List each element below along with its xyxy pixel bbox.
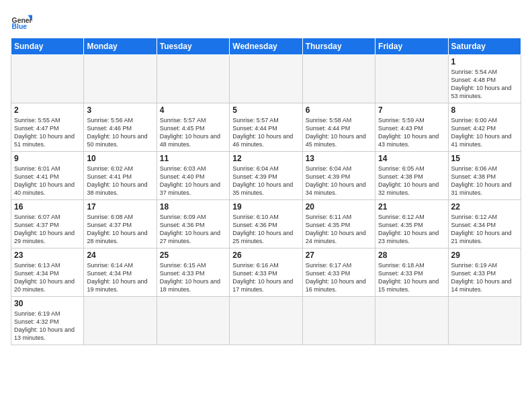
day-info: Sunrise: 5:56 AM Sunset: 4:46 PM Dayligh…	[87, 116, 153, 149]
day-number: 17	[87, 202, 153, 212]
day-info: Sunrise: 5:54 AM Sunset: 4:48 PM Dayligh…	[451, 68, 518, 101]
col-header-thursday: Thursday	[302, 38, 375, 55]
day-info: Sunrise: 6:02 AM Sunset: 4:41 PM Dayligh…	[87, 165, 153, 197]
header: General Blue	[11, 11, 521, 32]
calendar-cell: 12Sunrise: 6:04 AM Sunset: 4:39 PM Dayli…	[230, 152, 302, 200]
day-number: 8	[451, 105, 518, 115]
calendar-cell	[157, 55, 229, 103]
calendar-week-row: 9Sunrise: 6:01 AM Sunset: 4:41 PM Daylig…	[11, 152, 521, 200]
day-info: Sunrise: 5:57 AM Sunset: 4:45 PM Dayligh…	[160, 116, 226, 149]
day-number: 11	[160, 154, 226, 163]
day-number: 20	[306, 202, 372, 212]
day-number: 4	[160, 105, 226, 115]
day-number: 30	[14, 299, 81, 308]
calendar-week-row: 2Sunrise: 5:55 AM Sunset: 4:47 PM Daylig…	[11, 103, 521, 152]
calendar-cell: 8Sunrise: 6:00 AM Sunset: 4:42 PM Daylig…	[448, 103, 521, 152]
day-info: Sunrise: 6:19 AM Sunset: 4:32 PM Dayligh…	[14, 310, 81, 342]
col-header-friday: Friday	[375, 38, 448, 55]
calendar-cell: 15Sunrise: 6:06 AM Sunset: 4:38 PM Dayli…	[448, 152, 521, 200]
day-info: Sunrise: 6:19 AM Sunset: 4:33 PM Dayligh…	[451, 261, 518, 294]
calendar-cell	[375, 297, 448, 345]
day-number: 15	[451, 154, 518, 163]
calendar-cell: 6Sunrise: 5:58 AM Sunset: 4:44 PM Daylig…	[302, 103, 375, 152]
calendar-week-row: 30Sunrise: 6:19 AM Sunset: 4:32 PM Dayli…	[11, 297, 521, 345]
calendar-cell	[375, 55, 448, 103]
calendar-cell: 19Sunrise: 6:10 AM Sunset: 4:36 PM Dayli…	[230, 200, 302, 248]
day-info: Sunrise: 6:15 AM Sunset: 4:33 PM Dayligh…	[160, 261, 226, 294]
day-info: Sunrise: 5:55 AM Sunset: 4:47 PM Dayligh…	[14, 116, 81, 149]
calendar-cell: 11Sunrise: 6:03 AM Sunset: 4:40 PM Dayli…	[157, 152, 229, 200]
calendar-week-row: 23Sunrise: 6:13 AM Sunset: 4:34 PM Dayli…	[11, 248, 521, 297]
calendar-week-row: 1Sunrise: 5:54 AM Sunset: 4:48 PM Daylig…	[11, 55, 521, 103]
calendar-cell: 18Sunrise: 6:09 AM Sunset: 4:36 PM Dayli…	[157, 200, 229, 248]
day-info: Sunrise: 6:01 AM Sunset: 4:41 PM Dayligh…	[14, 165, 81, 197]
calendar-header-row: SundayMondayTuesdayWednesdayThursdayFrid…	[11, 38, 521, 55]
day-info: Sunrise: 6:03 AM Sunset: 4:40 PM Dayligh…	[160, 165, 226, 197]
day-info: Sunrise: 6:07 AM Sunset: 4:37 PM Dayligh…	[14, 213, 81, 246]
col-header-wednesday: Wednesday	[230, 38, 302, 55]
day-info: Sunrise: 6:00 AM Sunset: 4:42 PM Dayligh…	[451, 116, 518, 149]
day-number: 12	[232, 154, 299, 163]
calendar-cell	[84, 297, 157, 345]
calendar-cell	[302, 297, 375, 345]
calendar-cell: 1Sunrise: 5:54 AM Sunset: 4:48 PM Daylig…	[448, 55, 521, 103]
calendar-cell: 22Sunrise: 6:12 AM Sunset: 4:34 PM Dayli…	[448, 200, 521, 248]
day-number: 23	[14, 250, 81, 260]
calendar-cell: 20Sunrise: 6:11 AM Sunset: 4:35 PM Dayli…	[302, 200, 375, 248]
day-info: Sunrise: 6:17 AM Sunset: 4:33 PM Dayligh…	[306, 261, 372, 294]
day-number: 3	[87, 105, 153, 115]
day-number: 10	[87, 154, 153, 163]
calendar-cell	[84, 55, 157, 103]
calendar-cell: 29Sunrise: 6:19 AM Sunset: 4:33 PM Dayli…	[448, 248, 521, 297]
calendar-cell: 17Sunrise: 6:08 AM Sunset: 4:37 PM Dayli…	[84, 200, 157, 248]
day-info: Sunrise: 6:12 AM Sunset: 4:34 PM Dayligh…	[451, 213, 518, 246]
day-number: 22	[451, 202, 518, 212]
day-number: 14	[378, 154, 445, 163]
calendar-cell	[157, 297, 229, 345]
day-info: Sunrise: 6:12 AM Sunset: 4:35 PM Dayligh…	[378, 213, 445, 246]
day-number: 2	[14, 105, 81, 115]
calendar-cell: 26Sunrise: 6:16 AM Sunset: 4:33 PM Dayli…	[230, 248, 302, 297]
day-info: Sunrise: 6:13 AM Sunset: 4:34 PM Dayligh…	[14, 261, 81, 294]
calendar-cell: 7Sunrise: 5:59 AM Sunset: 4:43 PM Daylig…	[375, 103, 448, 152]
calendar-cell: 3Sunrise: 5:56 AM Sunset: 4:46 PM Daylig…	[84, 103, 157, 152]
day-info: Sunrise: 6:08 AM Sunset: 4:37 PM Dayligh…	[87, 213, 153, 246]
svg-text:Blue: Blue	[12, 23, 28, 30]
day-info: Sunrise: 6:05 AM Sunset: 4:38 PM Dayligh…	[378, 165, 445, 197]
calendar-cell: 28Sunrise: 6:18 AM Sunset: 4:33 PM Dayli…	[375, 248, 448, 297]
logo: General Blue	[11, 11, 32, 32]
calendar-cell	[11, 55, 84, 103]
day-number: 7	[378, 105, 445, 115]
calendar-cell: 27Sunrise: 6:17 AM Sunset: 4:33 PM Dayli…	[302, 248, 375, 297]
calendar-cell	[230, 55, 302, 103]
calendar-cell: 16Sunrise: 6:07 AM Sunset: 4:37 PM Dayli…	[11, 200, 84, 248]
calendar-cell: 10Sunrise: 6:02 AM Sunset: 4:41 PM Dayli…	[84, 152, 157, 200]
calendar-cell: 4Sunrise: 5:57 AM Sunset: 4:45 PM Daylig…	[157, 103, 229, 152]
calendar-cell	[448, 297, 521, 345]
day-number: 5	[232, 105, 299, 115]
day-number: 19	[232, 202, 299, 212]
day-number: 18	[160, 202, 226, 212]
day-info: Sunrise: 5:59 AM Sunset: 4:43 PM Dayligh…	[378, 116, 445, 149]
logo-icon: General Blue	[11, 11, 32, 32]
day-number: 6	[306, 105, 372, 115]
day-number: 25	[160, 250, 226, 260]
day-number: 24	[87, 250, 153, 260]
day-info: Sunrise: 6:10 AM Sunset: 4:36 PM Dayligh…	[232, 213, 299, 246]
day-number: 13	[306, 154, 372, 163]
day-number: 27	[306, 250, 372, 260]
calendar-cell: 2Sunrise: 5:55 AM Sunset: 4:47 PM Daylig…	[11, 103, 84, 152]
calendar-page: General Blue SundayMondayTuesdayWednesda…	[0, 0, 532, 411]
col-header-monday: Monday	[84, 38, 157, 55]
day-info: Sunrise: 6:18 AM Sunset: 4:33 PM Dayligh…	[378, 261, 445, 294]
calendar-table: SundayMondayTuesdayWednesdayThursdayFrid…	[11, 38, 521, 345]
day-number: 9	[14, 154, 81, 163]
day-number: 28	[378, 250, 445, 260]
day-number: 21	[378, 202, 445, 212]
calendar-cell: 23Sunrise: 6:13 AM Sunset: 4:34 PM Dayli…	[11, 248, 84, 297]
calendar-cell: 5Sunrise: 5:57 AM Sunset: 4:44 PM Daylig…	[230, 103, 302, 152]
day-info: Sunrise: 6:09 AM Sunset: 4:36 PM Dayligh…	[160, 213, 226, 246]
calendar-cell	[230, 297, 302, 345]
calendar-cell: 9Sunrise: 6:01 AM Sunset: 4:41 PM Daylig…	[11, 152, 84, 200]
day-number: 29	[451, 250, 518, 260]
